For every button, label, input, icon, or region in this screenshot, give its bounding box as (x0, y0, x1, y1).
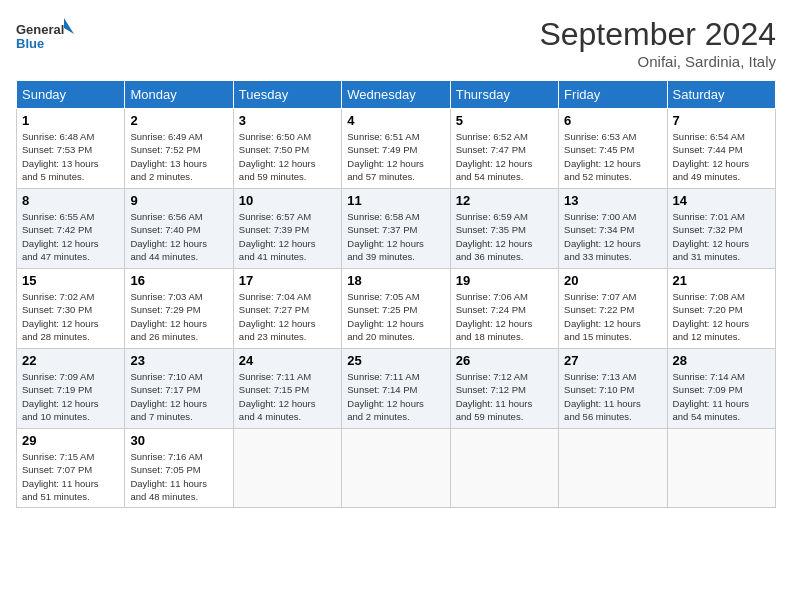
day-info: Sunrise: 7:11 AM Sunset: 7:15 PM Dayligh… (239, 370, 336, 423)
day-number: 1 (22, 113, 119, 128)
day-number: 30 (130, 433, 227, 448)
table-cell (450, 429, 558, 508)
day-number: 23 (130, 353, 227, 368)
table-cell: 17Sunrise: 7:04 AM Sunset: 7:27 PM Dayli… (233, 269, 341, 349)
table-cell: 18Sunrise: 7:05 AM Sunset: 7:25 PM Dayli… (342, 269, 450, 349)
svg-marker-2 (64, 18, 74, 34)
table-cell (667, 429, 775, 508)
table-cell: 8Sunrise: 6:55 AM Sunset: 7:42 PM Daylig… (17, 189, 125, 269)
day-info: Sunrise: 7:00 AM Sunset: 7:34 PM Dayligh… (564, 210, 661, 263)
table-cell: 14Sunrise: 7:01 AM Sunset: 7:32 PM Dayli… (667, 189, 775, 269)
logo: General Blue (16, 16, 76, 51)
day-info: Sunrise: 6:58 AM Sunset: 7:37 PM Dayligh… (347, 210, 444, 263)
svg-text:Blue: Blue (16, 36, 44, 51)
table-cell: 30Sunrise: 7:16 AM Sunset: 7:05 PM Dayli… (125, 429, 233, 508)
table-cell: 1Sunrise: 6:48 AM Sunset: 7:53 PM Daylig… (17, 109, 125, 189)
col-saturday: Saturday (667, 81, 775, 109)
day-info: Sunrise: 7:08 AM Sunset: 7:20 PM Dayligh… (673, 290, 770, 343)
day-number: 18 (347, 273, 444, 288)
day-number: 7 (673, 113, 770, 128)
table-cell: 9Sunrise: 6:56 AM Sunset: 7:40 PM Daylig… (125, 189, 233, 269)
day-number: 17 (239, 273, 336, 288)
day-number: 20 (564, 273, 661, 288)
table-cell: 7Sunrise: 6:54 AM Sunset: 7:44 PM Daylig… (667, 109, 775, 189)
day-info: Sunrise: 7:10 AM Sunset: 7:17 PM Dayligh… (130, 370, 227, 423)
table-cell: 3Sunrise: 6:50 AM Sunset: 7:50 PM Daylig… (233, 109, 341, 189)
col-tuesday: Tuesday (233, 81, 341, 109)
day-number: 13 (564, 193, 661, 208)
svg-text:General: General (16, 22, 64, 37)
day-number: 28 (673, 353, 770, 368)
table-cell: 4Sunrise: 6:51 AM Sunset: 7:49 PM Daylig… (342, 109, 450, 189)
day-number: 9 (130, 193, 227, 208)
day-number: 16 (130, 273, 227, 288)
table-cell: 20Sunrise: 7:07 AM Sunset: 7:22 PM Dayli… (559, 269, 667, 349)
day-info: Sunrise: 7:16 AM Sunset: 7:05 PM Dayligh… (130, 450, 227, 503)
table-cell: 10Sunrise: 6:57 AM Sunset: 7:39 PM Dayli… (233, 189, 341, 269)
table-cell (559, 429, 667, 508)
logo-icon: General Blue (16, 16, 76, 51)
col-monday: Monday (125, 81, 233, 109)
day-info: Sunrise: 6:51 AM Sunset: 7:49 PM Dayligh… (347, 130, 444, 183)
table-cell: 27Sunrise: 7:13 AM Sunset: 7:10 PM Dayli… (559, 349, 667, 429)
day-info: Sunrise: 7:13 AM Sunset: 7:10 PM Dayligh… (564, 370, 661, 423)
day-info: Sunrise: 7:01 AM Sunset: 7:32 PM Dayligh… (673, 210, 770, 263)
table-cell: 11Sunrise: 6:58 AM Sunset: 7:37 PM Dayli… (342, 189, 450, 269)
day-number: 12 (456, 193, 553, 208)
col-sunday: Sunday (17, 81, 125, 109)
day-info: Sunrise: 6:54 AM Sunset: 7:44 PM Dayligh… (673, 130, 770, 183)
day-info: Sunrise: 7:09 AM Sunset: 7:19 PM Dayligh… (22, 370, 119, 423)
day-number: 24 (239, 353, 336, 368)
table-cell: 5Sunrise: 6:52 AM Sunset: 7:47 PM Daylig… (450, 109, 558, 189)
table-cell: 12Sunrise: 6:59 AM Sunset: 7:35 PM Dayli… (450, 189, 558, 269)
table-cell: 19Sunrise: 7:06 AM Sunset: 7:24 PM Dayli… (450, 269, 558, 349)
day-info: Sunrise: 7:14 AM Sunset: 7:09 PM Dayligh… (673, 370, 770, 423)
day-info: Sunrise: 7:04 AM Sunset: 7:27 PM Dayligh… (239, 290, 336, 343)
day-number: 15 (22, 273, 119, 288)
day-info: Sunrise: 6:50 AM Sunset: 7:50 PM Dayligh… (239, 130, 336, 183)
day-number: 22 (22, 353, 119, 368)
col-thursday: Thursday (450, 81, 558, 109)
month-title: September 2024 (539, 16, 776, 53)
day-number: 4 (347, 113, 444, 128)
day-number: 5 (456, 113, 553, 128)
day-number: 25 (347, 353, 444, 368)
table-cell: 2Sunrise: 6:49 AM Sunset: 7:52 PM Daylig… (125, 109, 233, 189)
table-cell: 15Sunrise: 7:02 AM Sunset: 7:30 PM Dayli… (17, 269, 125, 349)
day-number: 3 (239, 113, 336, 128)
col-wednesday: Wednesday (342, 81, 450, 109)
table-cell: 16Sunrise: 7:03 AM Sunset: 7:29 PM Dayli… (125, 269, 233, 349)
day-info: Sunrise: 7:15 AM Sunset: 7:07 PM Dayligh… (22, 450, 119, 503)
day-number: 11 (347, 193, 444, 208)
day-number: 6 (564, 113, 661, 128)
table-cell: 29Sunrise: 7:15 AM Sunset: 7:07 PM Dayli… (17, 429, 125, 508)
table-cell: 21Sunrise: 7:08 AM Sunset: 7:20 PM Dayli… (667, 269, 775, 349)
table-cell (233, 429, 341, 508)
day-number: 19 (456, 273, 553, 288)
table-cell: 26Sunrise: 7:12 AM Sunset: 7:12 PM Dayli… (450, 349, 558, 429)
day-info: Sunrise: 6:48 AM Sunset: 7:53 PM Dayligh… (22, 130, 119, 183)
day-info: Sunrise: 7:11 AM Sunset: 7:14 PM Dayligh… (347, 370, 444, 423)
table-cell: 6Sunrise: 6:53 AM Sunset: 7:45 PM Daylig… (559, 109, 667, 189)
day-number: 21 (673, 273, 770, 288)
day-info: Sunrise: 6:55 AM Sunset: 7:42 PM Dayligh… (22, 210, 119, 263)
day-number: 27 (564, 353, 661, 368)
day-info: Sunrise: 6:53 AM Sunset: 7:45 PM Dayligh… (564, 130, 661, 183)
day-info: Sunrise: 7:07 AM Sunset: 7:22 PM Dayligh… (564, 290, 661, 343)
col-friday: Friday (559, 81, 667, 109)
day-info: Sunrise: 7:02 AM Sunset: 7:30 PM Dayligh… (22, 290, 119, 343)
day-info: Sunrise: 7:06 AM Sunset: 7:24 PM Dayligh… (456, 290, 553, 343)
day-number: 10 (239, 193, 336, 208)
title-block: September 2024 Onifai, Sardinia, Italy (539, 16, 776, 70)
table-cell: 28Sunrise: 7:14 AM Sunset: 7:09 PM Dayli… (667, 349, 775, 429)
day-info: Sunrise: 7:05 AM Sunset: 7:25 PM Dayligh… (347, 290, 444, 343)
table-cell: 24Sunrise: 7:11 AM Sunset: 7:15 PM Dayli… (233, 349, 341, 429)
header-row: Sunday Monday Tuesday Wednesday Thursday… (17, 81, 776, 109)
day-number: 29 (22, 433, 119, 448)
day-info: Sunrise: 6:56 AM Sunset: 7:40 PM Dayligh… (130, 210, 227, 263)
day-info: Sunrise: 6:59 AM Sunset: 7:35 PM Dayligh… (456, 210, 553, 263)
page-header: General Blue September 2024 Onifai, Sard… (16, 16, 776, 70)
day-info: Sunrise: 6:57 AM Sunset: 7:39 PM Dayligh… (239, 210, 336, 263)
day-number: 2 (130, 113, 227, 128)
table-cell: 23Sunrise: 7:10 AM Sunset: 7:17 PM Dayli… (125, 349, 233, 429)
